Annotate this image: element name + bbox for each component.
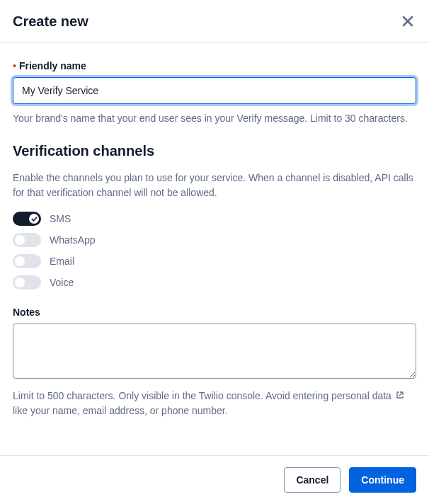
channel-toggle-email[interactable] (13, 254, 41, 268)
channel-label: WhatsApp (50, 234, 96, 246)
toggle-knob (15, 277, 25, 287)
toggle-knob (15, 256, 25, 266)
dialog-title: Create new (13, 13, 88, 30)
channel-toggle-voice[interactable] (13, 275, 41, 290)
channel-toggle-sms[interactable] (13, 212, 41, 226)
channel-row-voice: Voice (13, 275, 416, 290)
close-button[interactable] (399, 13, 416, 30)
toggle-knob (15, 235, 25, 245)
friendly-name-input[interactable] (13, 77, 416, 104)
channel-toggle-whatsapp[interactable] (13, 233, 41, 247)
channel-row-email: Email (13, 254, 416, 268)
dialog-header: Create new (0, 0, 429, 43)
channel-label: SMS (50, 213, 71, 224)
external-link-icon (396, 391, 404, 399)
channel-label: Voice (50, 277, 74, 288)
channel-row-sms: SMS (13, 212, 416, 226)
cancel-button[interactable]: Cancel (284, 467, 341, 493)
notes-help-after: like your name, email address, or phone … (13, 405, 228, 416)
notes-field: Notes Limit to 500 characters. Only visi… (13, 307, 416, 418)
notes-help-before: Limit to 500 characters. Only visible in… (13, 390, 391, 401)
check-icon (31, 216, 38, 222)
continue-button[interactable]: Continue (349, 467, 416, 493)
channel-label: Email (50, 256, 74, 267)
dialog-body: • Friendly name Your brand's name that y… (0, 43, 429, 447)
friendly-name-help: Your brand's name that your end user see… (13, 111, 416, 126)
notes-label: Notes (13, 307, 416, 318)
channel-row-whatsapp: WhatsApp (13, 233, 416, 247)
toggle-knob (29, 214, 39, 224)
dialog-footer: Cancel Continue (0, 455, 429, 504)
friendly-name-label: Friendly name (19, 60, 86, 71)
friendly-name-field: • Friendly name Your brand's name that y… (13, 60, 416, 126)
channels-section-description: Enable the channels you plan to use for … (13, 171, 416, 200)
channel-toggle-list: SMSWhatsAppEmailVoice (13, 212, 416, 290)
close-icon (402, 16, 413, 27)
notes-textarea[interactable] (13, 323, 416, 379)
required-indicator: • (13, 61, 16, 71)
notes-help: Limit to 500 characters. Only visible in… (13, 389, 416, 418)
channels-section-title: Verification channels (13, 143, 416, 159)
